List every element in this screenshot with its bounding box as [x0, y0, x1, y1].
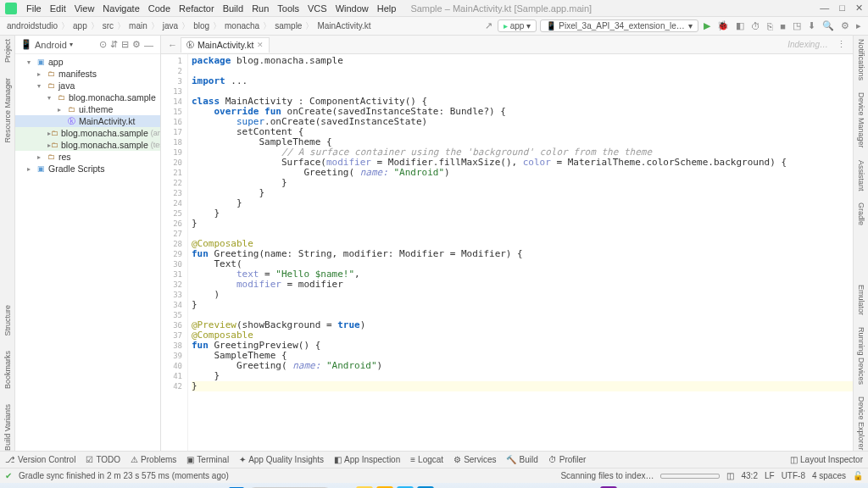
tool-gradle[interactable]: Gradle	[857, 202, 865, 225]
search-icon[interactable]: 🔍	[821, 20, 836, 31]
device-selector[interactable]: 📱Pixel_3a_API_34_extension_level_7_x86_6…	[540, 19, 698, 32]
crumb[interactable]: blog	[192, 21, 211, 30]
crumb[interactable]: MainActivity.kt	[315, 21, 372, 30]
tree-main-activity[interactable]: ⓚMainActivity.kt	[15, 115, 160, 127]
tree-app[interactable]: ▾▣app	[15, 56, 160, 68]
menu-bar: File Edit View Navigate Code Refactor Bu…	[0, 0, 868, 17]
tree-manifests[interactable]: ▸🗀manifests	[15, 68, 160, 80]
editor-tab-mainactivity[interactable]: ⓚMainActivity.kt✕	[181, 37, 270, 53]
editor-content[interactable]: package blog.monacha.sampleimport ...cla…	[188, 54, 853, 451]
window-title: Sample – MainActivity.kt [Sample.app.mai…	[410, 3, 592, 14]
editor-tabs: ← ⓚMainActivity.kt✕ Indexing… ⋮	[161, 36, 853, 54]
menu-code[interactable]: Code	[144, 3, 175, 14]
crumb[interactable]: androidstudio	[5, 21, 59, 30]
nav-back-icon[interactable]: ←	[164, 40, 181, 50]
tab-todo[interactable]: ☑ TODO	[86, 455, 120, 464]
menu-tools[interactable]: Tools	[273, 3, 303, 14]
menu-help[interactable]: Help	[373, 3, 401, 14]
line-separator[interactable]: LF	[765, 471, 775, 480]
collapse-icon[interactable]: ⊟	[120, 39, 131, 50]
tree-pkg-main[interactable]: ▾🗀blog.monacha.sample	[15, 92, 160, 103]
tool-bookmarks[interactable]: Bookmarks	[3, 351, 12, 389]
minimize-icon[interactable]: —	[820, 3, 829, 14]
project-tool-window: 📱Android▾ ⊙ ⇵ ⊟ ⚙ — ▾▣app ▸🗀manifests ▾🗀…	[15, 36, 161, 451]
hide-icon[interactable]: —	[142, 40, 155, 50]
menu-navigate[interactable]: Navigate	[98, 3, 143, 14]
crumb[interactable]: src	[101, 21, 115, 30]
sdk-icon[interactable]: ⬇	[806, 20, 817, 31]
profile-icon[interactable]: ⏱	[749, 21, 762, 31]
editor-more-icon[interactable]: ⋮	[833, 39, 849, 50]
tool-emulator[interactable]: Emulator	[857, 285, 865, 315]
tool-device-manager[interactable]: Device Manager	[857, 92, 865, 148]
tab-services[interactable]: ⚙ Services	[453, 455, 496, 464]
run-icon[interactable]: ▶	[702, 20, 712, 31]
tab-terminal[interactable]: ▣ Terminal	[186, 455, 229, 464]
tab-logcat[interactable]: ≡ Logcat	[410, 455, 443, 464]
tool-build-variants[interactable]: Build Variants	[3, 404, 12, 451]
gear-icon[interactable]: ⚙	[131, 39, 142, 50]
left-tool-rail: Project Resource Manager Structure Bookm…	[0, 36, 15, 451]
tool-assistant[interactable]: Assistant	[857, 160, 865, 191]
tree-res[interactable]: ▸🗀res	[15, 151, 160, 163]
tab-app-inspection[interactable]: ◧ App Inspection	[334, 455, 400, 464]
attach-icon[interactable]: ⎘	[765, 21, 775, 31]
maximize-icon[interactable]: □	[839, 3, 845, 14]
tab-build[interactable]: 🔨 Build	[506, 455, 537, 464]
settings-icon[interactable]: ⚙	[839, 20, 851, 31]
tree-ui-theme[interactable]: ▸🗀ui.theme	[15, 103, 160, 115]
crumb[interactable]: java	[161, 21, 180, 30]
status-show-icon[interactable]: ◫	[726, 471, 734, 480]
expand-icon[interactable]: ⇵	[108, 39, 120, 50]
crumb[interactable]: monacha	[223, 21, 261, 30]
menu-edit[interactable]: Edit	[46, 3, 70, 14]
menu-run[interactable]: Run	[248, 3, 273, 14]
avd-icon[interactable]: ◳	[791, 20, 803, 31]
tool-resource-manager[interactable]: Resource Manager	[3, 78, 12, 143]
right-tool-rail: Notifications Device Manager Assistant G…	[853, 36, 868, 451]
close-tab-icon[interactable]: ✕	[257, 41, 264, 49]
tab-version-control[interactable]: ⎇ Version Control	[5, 455, 75, 464]
editor-gutter[interactable]: 1231314151617181920212223242526272829303…	[161, 54, 188, 451]
tab-profiler[interactable]: ⏱ Profiler	[548, 455, 587, 464]
stop-icon[interactable]: ■	[778, 21, 787, 31]
progress-bar	[660, 474, 720, 479]
close-icon[interactable]: ✕	[855, 3, 863, 14]
more-icon[interactable]: ▸	[854, 20, 863, 31]
status-message: Gradle sync finished in 2 m 23 s 575 ms …	[19, 471, 229, 480]
tree-pkg-test[interactable]: ▸🗀blog.monacha.sample(test)	[15, 139, 160, 151]
project-tree[interactable]: ▾▣app ▸🗀manifests ▾🗀java ▾🗀blog.monacha.…	[15, 54, 160, 451]
encoding[interactable]: UTF-8	[782, 471, 805, 480]
project-view-selector[interactable]: 📱Android▾	[20, 39, 73, 50]
menu-window[interactable]: Window	[331, 3, 373, 14]
status-scanning: Scanning files to index…	[560, 471, 654, 480]
tool-notifications[interactable]: Notifications	[857, 39, 865, 80]
sync-icon[interactable]: ↗	[483, 20, 494, 31]
tool-structure[interactable]: Structure	[3, 305, 12, 336]
debug-icon[interactable]: 🐞	[715, 20, 731, 31]
crumb[interactable]: main	[127, 21, 149, 30]
indent[interactable]: 4 spaces	[812, 471, 846, 480]
crumb[interactable]: sample	[273, 21, 303, 30]
menu-view[interactable]: View	[70, 3, 99, 14]
crumb[interactable]: app	[71, 21, 89, 30]
tree-pkg-androidtest[interactable]: ▸🗀blog.monacha.sample(androidTest)	[15, 127, 160, 139]
menu-vcs[interactable]: VCS	[303, 3, 331, 14]
menu-refactor[interactable]: Refactor	[175, 3, 219, 14]
tool-project[interactable]: Project	[3, 39, 12, 63]
tree-java[interactable]: ▾🗀java	[15, 80, 160, 92]
run-config-selector[interactable]: ▸app▾	[498, 19, 537, 32]
tab-app-quality[interactable]: ✦ App Quality Insights	[239, 455, 324, 464]
tab-problems[interactable]: ⚠ Problems	[131, 455, 176, 464]
tool-running-devices[interactable]: Running Devices	[857, 327, 865, 385]
select-opened-icon[interactable]: ⊙	[97, 39, 108, 50]
caret-position[interactable]: 43:2	[741, 471, 757, 480]
indexing-label: Indexing…	[787, 40, 833, 49]
tool-device-explorer[interactable]: Device Explorer	[857, 396, 865, 451]
menu-file[interactable]: File	[22, 3, 46, 14]
tree-gradle-scripts[interactable]: ▸▣Gradle Scripts	[15, 163, 160, 175]
tab-layout-inspector[interactable]: ◫ Layout Inspector	[790, 455, 863, 464]
menu-build[interactable]: Build	[219, 3, 248, 14]
readonly-icon[interactable]: 🔓	[853, 471, 863, 480]
coverage-icon[interactable]: ◧	[734, 20, 746, 31]
